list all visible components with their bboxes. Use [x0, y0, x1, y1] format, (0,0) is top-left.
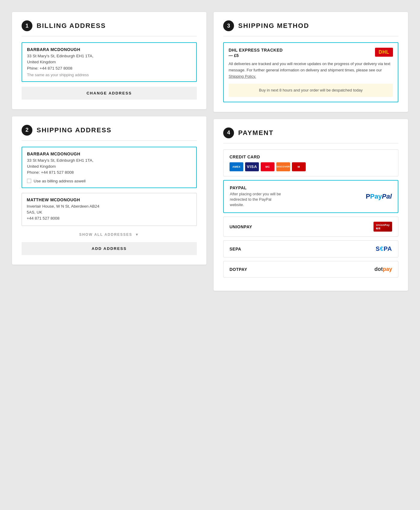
unionpay-option[interactable]: UNIONPAY UnionPay银联	[223, 217, 398, 237]
billing-title: BILLING ADDRESS	[37, 22, 106, 30]
shipping-phone-1: Phone: +44 871 527 8008	[27, 170, 191, 176]
shipping-address-card: 2 SHIPPING ADDRESS BARBARA MCDONOUGH 33 …	[12, 116, 206, 265]
paypal-option[interactable]: PAYPAL After placing order you will be r…	[223, 180, 398, 213]
billing-same-label: Use as billing address aswell	[34, 179, 86, 183]
show-all-addresses-button[interactable]: SHOW ALL ADDRESSES ▼	[22, 228, 197, 240]
dhl-price: — £5	[229, 53, 283, 58]
shipping-method-header: 3 SHIPPING METHOD	[223, 20, 398, 31]
billing-line1: 33 St Mary's St, Edinburgh EH1 1TA,	[27, 53, 191, 59]
discover-icon: DISCOVER	[276, 162, 290, 171]
billing-same-checkbox-row: Use as billing address aswell	[27, 179, 191, 183]
billing-phone: Phine: +44 871 527 8008	[27, 65, 191, 71]
card-icons-row: AMEX VISA MC DISCOVER M	[230, 162, 306, 171]
dotpay-option[interactable]: DOTPAY dotpay	[223, 261, 398, 278]
shipping-method-title: SHIPPING METHOD	[238, 22, 309, 30]
dotpay-label: DOTPAY	[230, 267, 247, 272]
change-billing-address-button[interactable]: CHANGE ADDRESS	[22, 87, 197, 100]
paypal-left: PAYPAL After placing order you will be r…	[230, 185, 284, 208]
paypal-logo-area: PPayPal	[366, 193, 392, 200]
credit-card-label: CREDIT CARD	[230, 154, 306, 159]
paypal-label: PAYPAL	[230, 185, 284, 190]
billing-same-note: The same as your shipping address	[27, 73, 191, 77]
maestro-icon: M	[292, 162, 306, 171]
right-column: 3 SHIPPING METHOD DHL EXPRESS TRACKED — …	[214, 12, 408, 291]
mastercard-icon: MC	[261, 162, 274, 171]
paypal-sublabel: After placing order you will be redirect…	[230, 191, 284, 208]
payment-divider	[223, 143, 398, 143]
add-address-button[interactable]: ADD ADDRESS	[22, 242, 197, 255]
shipping-phone-2: +44 871 527 8008	[27, 215, 192, 221]
amex-icon: AMEX	[230, 162, 243, 171]
unionpay-label: UNIONPAY	[230, 224, 252, 229]
shipping-method-divider	[223, 36, 398, 36]
shipping-name-1: BARBARA MCDONOUGH	[27, 152, 191, 156]
shipping-name-2: MATTHEW MCDONOUGH	[27, 197, 192, 202]
chevron-down-icon: ▼	[135, 232, 139, 237]
shipping-address-divider	[22, 140, 197, 141]
payment-card: 4 PAYMENT CREDIT CARD AMEX VISA MC DISCO…	[214, 119, 408, 291]
dhl-name: DHL EXPRESS TRACKED	[229, 48, 283, 52]
shipping-line1-1: 33 St Mary's St, Edinburgh EH1 1TA,	[27, 158, 191, 164]
step-2-circle: 2	[22, 125, 32, 136]
billing-same-checkbox[interactable]	[27, 179, 31, 183]
payment-title: PAYMENT	[238, 129, 274, 137]
billing-name: BARBARA MCDONOUGH	[27, 47, 191, 52]
dhl-logo-icon: DHL	[375, 48, 393, 57]
unionpay-logo-icon: UnionPay银联	[374, 222, 392, 232]
shipping-address-box-2[interactable]: MATTHEW MCDONOUGH Inverlair House, W N S…	[22, 193, 197, 226]
left-column: 1 BILLING ADDRESS BARBARA MCDONOUGH 33 S…	[12, 12, 206, 291]
shipping-line2-1: United Kingdom	[27, 164, 191, 170]
dhl-option-box[interactable]: DHL EXPRESS TRACKED — £5 DHL All deliver…	[223, 42, 398, 102]
dhl-description: All deliveries are tracked and you will …	[229, 61, 393, 80]
dotpay-logo-icon: dotpay	[374, 266, 392, 272]
billing-address-box: BARBARA MCDONOUGH 33 St Mary's St, Edinb…	[22, 42, 197, 82]
dhl-title-row: DHL EXPRESS TRACKED — £5 DHL	[229, 48, 393, 58]
visa-icon: VISA	[245, 162, 259, 171]
paypal-logo-icon: PPayPal	[366, 193, 392, 200]
billing-header: 1 BILLING ADDRESS	[22, 20, 197, 31]
step-4-circle: 4	[223, 128, 234, 138]
shipping-policy-link[interactable]: Shipping Policy.	[229, 74, 256, 79]
sepa-logo-icon: S€PA	[376, 245, 392, 252]
dhl-name-price: DHL EXPRESS TRACKED — £5	[229, 48, 283, 58]
shipping-address-box-1: BARBARA MCDONOUGH 33 St Mary's St, Edinb…	[22, 147, 197, 188]
credit-card-left: CREDIT CARD AMEX VISA MC DISCOVER M	[230, 154, 306, 171]
step-3-circle: 3	[223, 20, 234, 31]
dispatch-notice: Buy in next 8 hours and your order will …	[229, 84, 393, 97]
step-1-circle: 1	[22, 20, 32, 31]
shipping-line1-2: Inverlair House, W N St, Aberdeen AB24	[27, 203, 192, 209]
shipping-line2-2: 5AS, UK	[27, 209, 192, 215]
shipping-method-card: 3 SHIPPING METHOD DHL EXPRESS TRACKED — …	[214, 12, 408, 112]
sepa-option[interactable]: SEPA S€PA	[223, 240, 398, 257]
billing-address-card: 1 BILLING ADDRESS BARBARA MCDONOUGH 33 S…	[12, 12, 206, 109]
checkout-grid: 1 BILLING ADDRESS BARBARA MCDONOUGH 33 S…	[12, 12, 408, 291]
credit-card-option[interactable]: CREDIT CARD AMEX VISA MC DISCOVER M	[223, 149, 398, 176]
billing-divider	[22, 36, 197, 36]
shipping-address-title: SHIPPING ADDRESS	[37, 126, 112, 134]
shipping-address-header: 2 SHIPPING ADDRESS	[22, 125, 197, 136]
payment-header: 4 PAYMENT	[223, 128, 398, 138]
sepa-label: SEPA	[230, 247, 241, 251]
billing-line2: United Kingdom	[27, 59, 191, 65]
